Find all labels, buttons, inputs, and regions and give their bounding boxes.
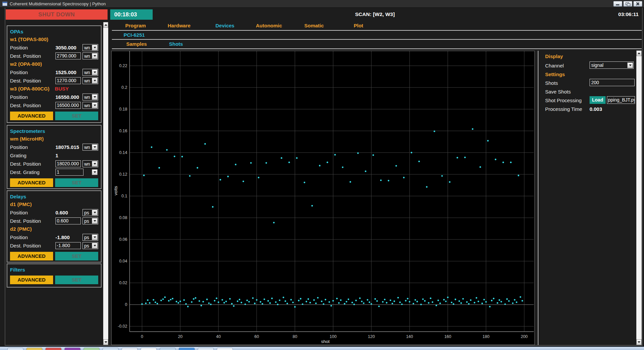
svg-text:0.16: 0.16 bbox=[119, 129, 127, 133]
spectrometers-advanced-button[interactable]: ADVANCED bbox=[10, 178, 53, 187]
w3-dest-position-input[interactable]: 16500.000 bbox=[55, 102, 81, 109]
position-label: Position bbox=[10, 45, 55, 50]
windows-taskbar[interactable] bbox=[0, 347, 644, 350]
minimize-button[interactable] bbox=[613, 1, 622, 7]
chevron-down-icon[interactable] bbox=[92, 234, 98, 240]
scroll-up-icon[interactable] bbox=[636, 50, 642, 56]
wm-dest-position-input[interactable]: 18020.000 bbox=[55, 160, 81, 167]
tab-somatic[interactable]: Somatic bbox=[304, 23, 324, 28]
opas-set-button[interactable]: SET bbox=[55, 112, 98, 120]
tab-pci-6251[interactable]: PCI-6251 bbox=[124, 32, 145, 38]
w2-dest-units-combo[interactable]: wn bbox=[83, 77, 98, 84]
delays-panel: Delays d1 (PMC) Position 0.600 ps Dest. … bbox=[7, 190, 102, 262]
w2-dest-position-input[interactable]: 1270.000 bbox=[55, 77, 81, 84]
window-title: Coherent Multidimensional Spectroscopy |… bbox=[10, 1, 106, 6]
chevron-down-icon[interactable] bbox=[92, 243, 98, 248]
w1-units-combo[interactable]: wn bbox=[83, 44, 98, 51]
sidebar-scrollbar[interactable] bbox=[103, 22, 108, 345]
filters-advanced-button[interactable]: ADVANCED bbox=[10, 276, 53, 284]
taskbar-app-icon[interactable] bbox=[84, 348, 100, 350]
tab-hardware[interactable]: Hardware bbox=[168, 23, 190, 28]
w3-dest-units-combo[interactable]: wn bbox=[83, 102, 98, 109]
w3-units-combo[interactable]: wn bbox=[83, 94, 98, 101]
tab-samples[interactable]: Samples bbox=[126, 41, 147, 47]
w1-dest-position-input[interactable]: 2790.000 bbox=[55, 52, 81, 59]
close-button[interactable] bbox=[633, 1, 642, 7]
wm-units-combo[interactable]: wn bbox=[83, 144, 98, 151]
taskbar-app-icon[interactable] bbox=[7, 348, 23, 350]
taskbar-app-icon[interactable] bbox=[160, 348, 176, 350]
wm-dest-units-combo[interactable]: wn bbox=[83, 160, 98, 167]
right-panel-scrollbar[interactable] bbox=[636, 50, 642, 345]
load-button[interactable]: Load bbox=[590, 96, 606, 104]
chevron-down-icon[interactable] bbox=[627, 62, 633, 68]
scroll-up-icon[interactable] bbox=[103, 22, 108, 28]
filters-set-button[interactable]: SET bbox=[55, 276, 98, 284]
svg-text:200: 200 bbox=[521, 334, 528, 339]
processing-time-value: 0.003 bbox=[590, 106, 602, 112]
tab-shots[interactable]: Shots bbox=[169, 41, 183, 47]
scroll-down-icon[interactable] bbox=[636, 339, 642, 345]
shot-processing-file-input[interactable]: pping_BJT.py bbox=[607, 96, 635, 104]
taskbar-app-icon[interactable] bbox=[26, 348, 42, 350]
svg-text:0.08: 0.08 bbox=[119, 215, 127, 220]
delays-advanced-button[interactable]: ADVANCED bbox=[10, 252, 53, 260]
shot-processing-label: Shot Processing bbox=[545, 98, 582, 103]
dest-grating-combo[interactable]: 1 bbox=[55, 169, 84, 176]
d1-name: d1 (PMC) bbox=[10, 200, 32, 208]
processing-time-label: Processing Time bbox=[545, 106, 582, 112]
taskbar-app-icon[interactable] bbox=[103, 348, 119, 350]
tab-autonomic[interactable]: Autonomic bbox=[256, 23, 282, 28]
shots-scatter-chart[interactable]: -0.0200.020.040.060.080.10.120.140.160.1… bbox=[112, 51, 534, 345]
opas-panel: OPAs w1 (TOPAS-800) Position 3050.000 wn… bbox=[7, 25, 102, 123]
taskbar-app-icon[interactable] bbox=[217, 348, 233, 350]
svg-text:0.2: 0.2 bbox=[122, 85, 127, 90]
title-bar[interactable]: Coherent Multidimensional Spectroscopy |… bbox=[0, 0, 644, 8]
chevron-down-icon[interactable] bbox=[92, 94, 98, 100]
d2-dest-units-combo[interactable]: ps bbox=[83, 242, 98, 249]
svg-text:0.1: 0.1 bbox=[122, 194, 127, 198]
chevron-down-icon[interactable] bbox=[92, 45, 98, 50]
spectrometers-header: Spectrometers bbox=[10, 128, 98, 135]
d1-dest-units-combo[interactable]: ps bbox=[83, 217, 98, 224]
chevron-down-icon[interactable] bbox=[92, 210, 98, 215]
panel-splitter[interactable] bbox=[538, 51, 538, 345]
shots-plot[interactable]: -0.0200.020.040.060.080.10.120.140.160.1… bbox=[111, 51, 535, 345]
chevron-down-icon[interactable] bbox=[92, 103, 98, 108]
taskbar-app-icon[interactable] bbox=[122, 348, 138, 350]
tab-plot[interactable]: Plot bbox=[354, 23, 363, 28]
opa-w3-name: w3 (OPA-800CG) bbox=[10, 85, 49, 93]
tab-devices[interactable]: Devices bbox=[215, 23, 234, 28]
chevron-down-icon[interactable] bbox=[92, 169, 98, 175]
delays-set-button[interactable]: SET bbox=[55, 252, 98, 260]
spectrometers-set-button[interactable]: SET bbox=[55, 178, 98, 187]
taskbar-app-icon[interactable] bbox=[45, 348, 61, 350]
chevron-down-icon[interactable] bbox=[92, 161, 98, 167]
taskbar-app-icon[interactable] bbox=[198, 348, 214, 350]
chevron-down-icon[interactable] bbox=[92, 78, 98, 83]
restore-button[interactable] bbox=[623, 1, 632, 7]
chevron-down-icon[interactable] bbox=[92, 69, 98, 75]
taskbar-app-icon[interactable] bbox=[179, 348, 195, 350]
d2-dest-position-input[interactable]: -1.800 bbox=[55, 242, 81, 249]
chevron-down-icon[interactable] bbox=[92, 218, 98, 224]
w2-units-combo[interactable]: wn bbox=[83, 69, 98, 76]
chevron-down-icon[interactable] bbox=[92, 53, 98, 59]
opa-w1-name: w1 (TOPAS-800) bbox=[10, 35, 48, 43]
shutdown-button[interactable]: SHUT DOWN bbox=[6, 9, 108, 20]
grating-value: 1 bbox=[55, 153, 81, 158]
tab-program[interactable]: Program bbox=[125, 23, 146, 28]
d2-units-combo[interactable]: ps bbox=[83, 234, 98, 241]
chevron-down-icon[interactable] bbox=[92, 144, 98, 150]
d1-units-combo[interactable]: ps bbox=[83, 209, 98, 216]
w1-dest-units-combo[interactable]: wn bbox=[83, 52, 98, 59]
minimize-icon bbox=[616, 4, 619, 5]
opas-advanced-button[interactable]: ADVANCED bbox=[10, 112, 53, 120]
svg-text:140: 140 bbox=[406, 334, 413, 339]
taskbar-app-icon[interactable] bbox=[141, 348, 157, 350]
shots-input[interactable]: 200 bbox=[590, 79, 635, 86]
scroll-down-icon[interactable] bbox=[103, 339, 108, 345]
d1-dest-position-input[interactable]: 0.600 bbox=[55, 217, 81, 224]
channel-combo[interactable]: signal bbox=[590, 61, 634, 69]
taskbar-app-icon[interactable] bbox=[64, 348, 80, 350]
